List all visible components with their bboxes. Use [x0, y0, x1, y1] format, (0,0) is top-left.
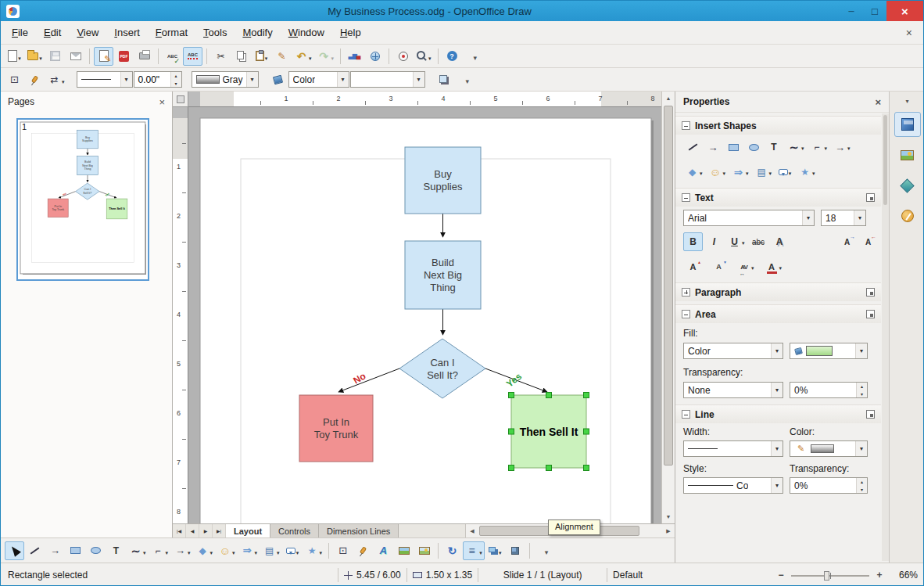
line-style-select[interactable]: Co	[683, 477, 783, 494]
shape-buy-supplies[interactable]: BuySupplies	[405, 147, 481, 214]
copy-button[interactable]	[231, 47, 251, 66]
cut-button[interactable]	[211, 47, 231, 66]
toolbar-more-icon[interactable]	[474, 49, 478, 63]
fill-style-select[interactable]: Color	[288, 71, 349, 88]
select-button[interactable]	[5, 541, 24, 560]
sidebar-tab-properties[interactable]	[894, 112, 921, 137]
last-page-button[interactable]: ▶|	[213, 524, 226, 537]
insert-shapes-section-header[interactable]: Insert Shapes	[675, 116, 881, 135]
menu-item-format[interactable]: Format	[148, 23, 195, 42]
scroll-down-icon[interactable]: ▼	[662, 511, 675, 523]
cursor-position[interactable]: 5.45 / 6.00	[344, 570, 401, 581]
ellipse-button[interactable]	[86, 541, 106, 560]
properties-scrollbar[interactable]	[882, 113, 889, 561]
rectangle-button[interactable]	[66, 541, 85, 560]
spellcheck-button[interactable]	[163, 47, 182, 66]
selection-handle[interactable]	[509, 393, 514, 398]
sidebar-tab-styles[interactable]	[894, 173, 921, 198]
edit-points-button[interactable]	[5, 70, 24, 89]
selection-handle[interactable]	[546, 393, 552, 398]
save-button[interactable]	[45, 47, 65, 66]
undo-button[interactable]	[292, 47, 314, 66]
zoom-in-button[interactable]: +	[874, 570, 885, 581]
spinner-arrows-icon[interactable]	[170, 72, 181, 87]
scroll-up-icon[interactable]: ▲	[662, 92, 675, 104]
text-button[interactable]: T	[765, 138, 783, 156]
menu-item-window[interactable]: Window	[281, 23, 332, 42]
line-button[interactable]	[25, 541, 45, 560]
text-section-header[interactable]: Text	[675, 188, 881, 207]
menu-item-file[interactable]: File	[4, 23, 36, 42]
rotate-button[interactable]	[442, 541, 462, 560]
increase-font-size-button[interactable]	[683, 257, 703, 276]
shadow-button[interactable]: A	[770, 232, 790, 251]
bold-button[interactable]: B	[683, 232, 703, 251]
selection-handle[interactable]	[584, 393, 589, 398]
navigator-button[interactable]	[393, 47, 413, 66]
clone-formatting-button[interactable]	[272, 47, 292, 66]
paste-button[interactable]	[252, 47, 271, 66]
line-button[interactable]	[683, 138, 702, 156]
italic-button[interactable]: I	[704, 232, 724, 251]
new-document-button[interactable]	[5, 47, 24, 66]
drawing-page[interactable]: BuySuppliesBuildNext BigThingCan ISell I…	[188, 107, 661, 523]
minimize-button[interactable]	[840, 1, 863, 21]
horizontal-ruler[interactable]: 12345678	[188, 92, 661, 107]
line-transparency-input[interactable]: 0%	[790, 477, 868, 494]
decrease-font-size-button[interactable]	[709, 257, 729, 276]
decrease-spacing-button[interactable]	[858, 232, 878, 251]
area-dialog-launcher-icon[interactable]	[866, 310, 875, 318]
selection-handle[interactable]	[584, 429, 589, 434]
drawing-viewport[interactable]: BuySuppliesBuildNext BigThingCan ISell I…	[188, 107, 661, 523]
tab-controls[interactable]: Controls	[270, 524, 319, 537]
line-style-select[interactable]	[77, 71, 133, 88]
next-page-button[interactable]: ▶	[199, 524, 213, 537]
first-page-button[interactable]: |◀	[173, 524, 186, 537]
spinner-arrows-icon[interactable]	[856, 478, 867, 493]
paragraph-section-header[interactable]: Paragraph	[675, 282, 881, 301]
fill-color-select[interactable]	[790, 343, 868, 359]
menu-item-help[interactable]: Help	[332, 23, 369, 42]
previous-page-button[interactable]: ◀	[186, 524, 199, 537]
line-ends-with-arrow-button[interactable]	[45, 541, 65, 560]
menu-item-edit[interactable]: Edit	[36, 23, 69, 42]
zoom-slider[interactable]	[791, 570, 869, 581]
line-width-input[interactable]: 0.00"	[134, 71, 182, 88]
edit-file-button[interactable]	[94, 47, 113, 66]
arrow-button[interactable]	[704, 138, 722, 156]
font-color-button[interactable]	[763, 257, 785, 276]
callouts-button[interactable]	[775, 163, 794, 182]
shape-put-in-toy-trunk[interactable]: Put InToy Trunk	[299, 395, 373, 462]
character-spacing-button[interactable]	[735, 257, 757, 276]
symbol-shapes-button[interactable]	[216, 541, 238, 560]
lines-and-arrows-button[interactable]	[831, 138, 853, 156]
block-arrows-button[interactable]	[238, 541, 260, 560]
toolbar-more-icon[interactable]	[466, 73, 470, 87]
shadow-button[interactable]	[435, 70, 454, 89]
rectangle-button[interactable]	[724, 138, 743, 156]
area-section-header[interactable]: Area	[675, 304, 881, 323]
line-color-select[interactable]: Gray 6	[192, 71, 259, 88]
glue-points-button[interactable]	[353, 541, 373, 560]
document-as-email-button[interactable]	[66, 47, 85, 66]
menu-item-insert[interactable]: Insert	[106, 23, 148, 42]
tab-layout[interactable]: Layout	[226, 524, 270, 537]
font-name-select[interactable]: Arial	[683, 210, 815, 226]
zoom-out-button[interactable]: −	[775, 570, 786, 581]
text-dialog-launcher-icon[interactable]	[866, 193, 875, 202]
line-section-header[interactable]: Line	[675, 404, 881, 423]
sidebar-tab-gallery[interactable]	[894, 142, 921, 167]
insert-chart-button[interactable]	[345, 47, 364, 66]
line-color-select[interactable]	[790, 440, 868, 457]
arrange-button[interactable]	[485, 541, 505, 560]
redo-button[interactable]	[315, 47, 337, 66]
gallery-button[interactable]	[414, 541, 434, 560]
selection-handle[interactable]	[546, 466, 552, 471]
hyperlink-button[interactable]	[365, 47, 385, 66]
zoom-button[interactable]	[414, 47, 434, 66]
collapse-section-icon[interactable]	[682, 310, 690, 318]
paragraph-dialog-launcher-icon[interactable]	[866, 288, 875, 297]
open-button[interactable]	[25, 47, 45, 66]
curve-button[interactable]	[127, 541, 149, 560]
curve-button[interactable]	[785, 138, 807, 156]
